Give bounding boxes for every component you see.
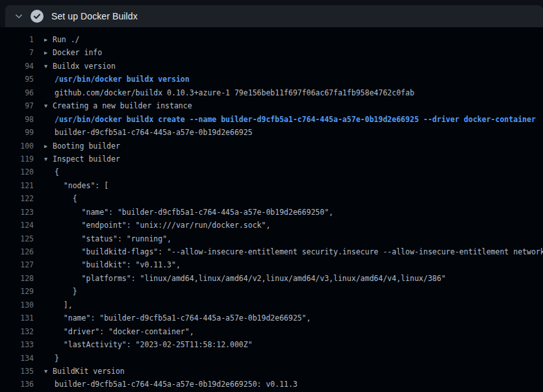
line-body: "lastActivity": "2023-02-25T11:58:12.000… [34, 338, 543, 351]
line-text: } [55, 354, 59, 363]
log-line: 126 "buildkitd-flags": "--allow-insecure… [0, 245, 543, 258]
line-body: ▼Buildx version [34, 60, 543, 73]
line-number[interactable]: 132 [0, 325, 34, 338]
actions-log-viewer: Set up Docker Buildx 1 ▶Run ./ 7 ▶Docker… [0, 0, 543, 392]
line-number[interactable]: 133 [0, 338, 34, 351]
line-number[interactable]: 129 [0, 285, 34, 298]
line-number[interactable]: 120 [0, 165, 34, 178]
line-text: "name": "builder-d9cfb5a1-c764-445a-a57e… [55, 208, 333, 217]
line-text: "platforms": "linux/amd64,linux/amd64/v2… [55, 274, 446, 283]
line-text: "driver": "docker-container", [55, 327, 194, 336]
triangle-down-icon[interactable]: ▼ [44, 60, 53, 73]
line-text: BuildKit version [53, 367, 125, 376]
line-text: Creating a new builder instance [53, 101, 192, 110]
line-text: /usr/bin/docker buildx create --name bui… [55, 115, 536, 124]
line-body: ▶Booting builder [34, 140, 543, 153]
triangle-right-icon[interactable]: ▶ [44, 33, 53, 46]
line-body: /usr/bin/docker buildx create --name bui… [34, 113, 543, 126]
line-number[interactable]: 100 [0, 140, 34, 153]
triangle-right-icon[interactable]: ▶ [44, 140, 53, 153]
log-line: 136 builder-d9cfb5a1-c764-445a-a57e-0b19… [0, 378, 543, 391]
line-number[interactable]: 126 [0, 245, 34, 258]
line-text: Inspect builder [53, 154, 120, 164]
line-number[interactable]: 95 [0, 73, 34, 86]
line-text: "endpoint": "unix:///var/run/docker.sock… [55, 221, 270, 230]
line-number[interactable]: 130 [0, 299, 34, 312]
line-number[interactable]: 127 [0, 258, 34, 271]
line-body: ▼Creating a new builder instance [34, 99, 543, 112]
chevron-down-icon[interactable] [14, 12, 23, 21]
line-text: ], [55, 300, 73, 310]
log-line: 120 { [0, 165, 543, 178]
log-line: 125 "status": "running", [0, 232, 543, 245]
line-body: "name": "builder-d9cfb5a1-c764-445a-a57e… [34, 206, 543, 219]
line-body: ▶Docker info [34, 46, 543, 59]
log-lines: 1 ▶Run ./ 7 ▶Docker info 94 ▼Buildx vers… [0, 27, 543, 392]
line-number[interactable]: 99 [0, 126, 34, 139]
line-number[interactable]: 122 [0, 192, 34, 205]
triangle-down-icon[interactable]: ▼ [44, 153, 53, 165]
line-number[interactable]: 96 [0, 86, 34, 99]
log-line: 98 /usr/bin/docker buildx create --name … [0, 113, 543, 126]
line-text: "status": "running", [55, 234, 171, 243]
line-body: "platforms": "linux/amd64,linux/amd64/v2… [34, 272, 543, 285]
log-line[interactable]: 1 ▶Run ./ [0, 33, 543, 46]
line-body: "status": "running", [34, 232, 543, 245]
line-number[interactable]: 97 [0, 99, 34, 112]
log-line[interactable]: 97 ▼Creating a new builder instance [0, 99, 543, 112]
line-number[interactable]: 7 [0, 46, 34, 59]
line-number[interactable]: 124 [0, 219, 34, 232]
line-body: "buildkit": "v0.11.3", [34, 258, 543, 271]
line-body: } [34, 285, 543, 298]
line-number[interactable]: 121 [0, 179, 34, 192]
log-line: 121 "nodes": [ [0, 179, 543, 192]
log-line: 127 "buildkit": "v0.11.3", [0, 258, 543, 271]
line-body: { [34, 165, 543, 178]
line-body: ], [34, 299, 543, 312]
line-body: } [34, 352, 543, 365]
line-number[interactable]: 135 [0, 365, 34, 378]
triangle-right-icon[interactable]: ▶ [44, 46, 53, 59]
line-number[interactable]: 134 [0, 352, 34, 365]
line-text: } [55, 287, 77, 296]
line-body: ▼BuildKit version [34, 365, 543, 378]
log-line: 124 "endpoint": "unix:///var/run/docker.… [0, 219, 543, 232]
line-number[interactable]: 1 [0, 33, 34, 46]
log-line[interactable]: 119 ▼Inspect builder [0, 153, 543, 165]
log-line: 130 ], [0, 299, 543, 312]
log-line[interactable]: 94 ▼Buildx version [0, 60, 543, 73]
log-line: 96 github.com/docker/buildx 0.10.3+azure… [0, 86, 543, 99]
line-number[interactable]: 123 [0, 206, 34, 219]
line-number[interactable]: 98 [0, 113, 34, 126]
line-number[interactable]: 125 [0, 232, 34, 245]
line-number[interactable]: 128 [0, 272, 34, 285]
line-text: "nodes": [ [55, 181, 108, 190]
log-line[interactable]: 100 ▶Booting builder [0, 140, 543, 153]
line-number[interactable]: 136 [0, 378, 34, 391]
log-line: 123 "name": "builder-d9cfb5a1-c764-445a-… [0, 206, 543, 219]
line-text: "lastActivity": "2023-02-25T11:58:12.000… [55, 340, 253, 349]
line-text: Docker info [53, 48, 102, 57]
line-number[interactable]: 131 [0, 312, 34, 325]
line-text: Run ./ [53, 35, 80, 44]
log-line: 99 builder-d9cfb5a1-c764-445a-a57e-0b19d… [0, 126, 543, 139]
triangle-down-icon[interactable]: ▼ [44, 99, 53, 112]
line-text: Booting builder [53, 141, 120, 151]
log-line: 128 "platforms": "linux/amd64,linux/amd6… [0, 272, 543, 285]
line-body: builder-d9cfb5a1-c764-445a-a57e-0b19d2e6… [34, 126, 543, 139]
line-text: github.com/docker/buildx 0.10.3+azure-1 … [55, 88, 414, 97]
log-line: 122 { [0, 192, 543, 205]
line-number[interactable]: 119 [0, 153, 34, 165]
line-body: "nodes": [ [34, 179, 543, 192]
triangle-down-icon[interactable]: ▼ [44, 365, 53, 378]
log-line[interactable]: 7 ▶Docker info [0, 46, 543, 59]
line-body: ▶Run ./ [34, 33, 543, 46]
log-line: 133 "lastActivity": "2023-02-25T11:58:12… [0, 338, 543, 351]
log-line[interactable]: 135 ▼BuildKit version [0, 365, 543, 378]
line-body: "name": "builder-d9cfb5a1-c764-445a-a57e… [34, 312, 543, 325]
line-number[interactable]: 94 [0, 60, 34, 73]
line-body: { [34, 192, 543, 205]
line-body: "buildkitd-flags": "--allow-insecure-ent… [34, 245, 543, 258]
step-header[interactable]: Set up Docker Buildx [5, 5, 543, 27]
line-text: "buildkitd-flags": "--allow-insecure-ent… [55, 247, 543, 256]
